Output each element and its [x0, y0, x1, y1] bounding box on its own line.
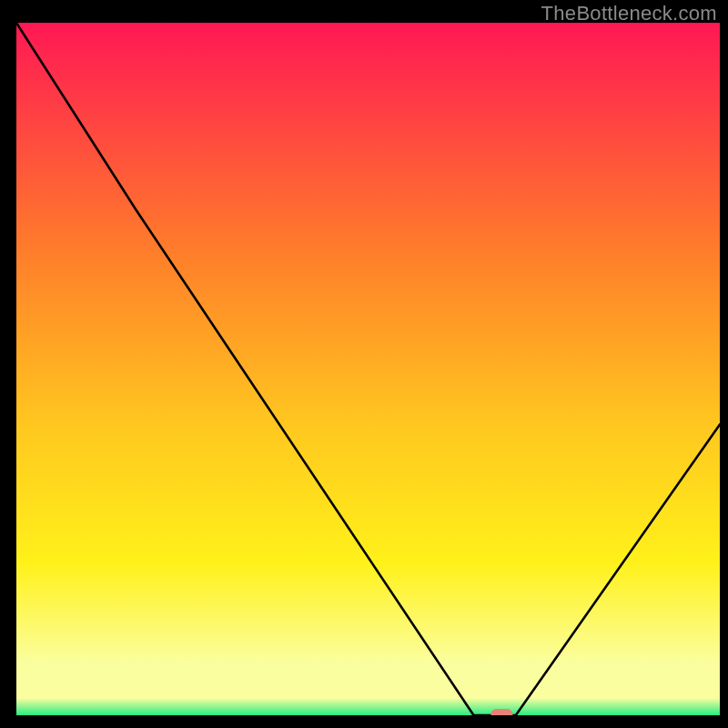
bottleneck-plot	[0, 0, 728, 728]
plot-background	[16, 23, 720, 715]
watermark-text: TheBottleneck.com	[541, 2, 717, 25]
optimal-marker	[490, 709, 512, 721]
chart-stage: TheBottleneck.com	[0, 0, 728, 728]
